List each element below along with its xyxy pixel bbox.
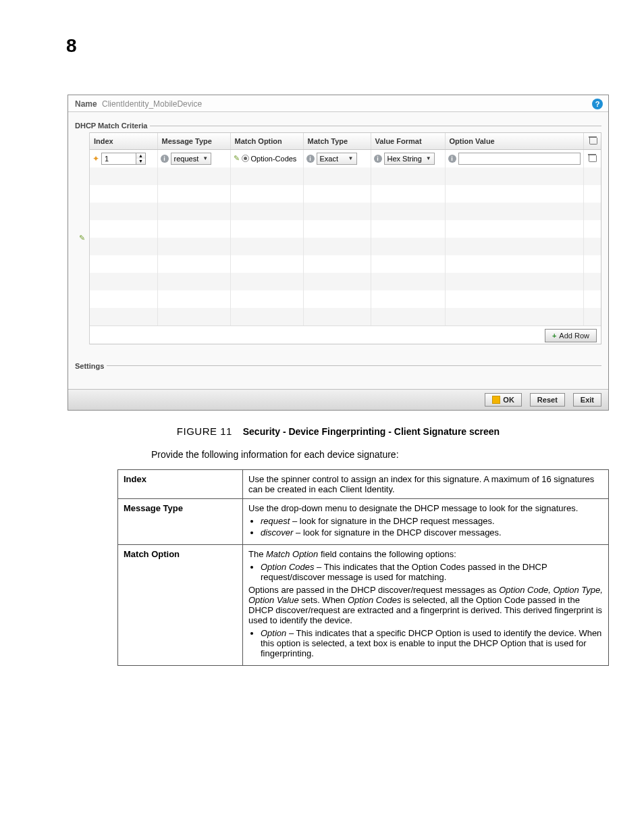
- ok-button[interactable]: OK: [485, 393, 522, 407]
- figure-caption: FIGURE 11 Security - Device Fingerprinti…: [68, 425, 609, 437]
- intro-text: Provide the following information for ea…: [151, 449, 609, 460]
- table-row: [90, 273, 601, 290]
- col-value-format[interactable]: Value Format: [371, 133, 445, 150]
- panel-footer: OK Reset Exit: [68, 389, 608, 410]
- desc-term: Index: [118, 469, 243, 498]
- chevron-down-icon: ▼: [348, 155, 354, 161]
- pencil-icon[interactable]: ✎: [79, 234, 85, 242]
- grid-left-gutter: ✎: [75, 132, 90, 344]
- page-number: 8: [66, 35, 609, 57]
- desc-term: Match Option: [118, 544, 243, 665]
- reset-button[interactable]: Reset: [530, 393, 565, 407]
- client-signature-panel: Name ClientIdentity_MobileDevice ? DHCP …: [68, 95, 609, 411]
- panel-header: Name ClientIdentity_MobileDevice ?: [68, 95, 608, 112]
- col-message-type[interactable]: Message Type: [157, 133, 230, 150]
- option-value-input[interactable]: [458, 153, 581, 165]
- table-row[interactable]: ✦ ▲ ▼: [90, 150, 601, 167]
- desc-row: Match OptionThe Match Option field conta…: [118, 544, 609, 665]
- table-row: [90, 290, 601, 308]
- chevron-down-icon: ▼: [426, 155, 431, 161]
- plus-icon: +: [552, 332, 556, 340]
- add-row-button[interactable]: + Add Row: [545, 329, 597, 342]
- figure-label: FIGURE 11: [177, 425, 232, 437]
- match-option-radio[interactable]: [242, 155, 249, 162]
- help-icon[interactable]: ?: [592, 99, 603, 109]
- name-label: Name: [75, 99, 97, 109]
- info-icon[interactable]: i: [374, 155, 382, 163]
- info-icon[interactable]: i: [306, 155, 315, 163]
- message-type-select[interactable]: request▼: [171, 153, 212, 165]
- info-icon[interactable]: i: [448, 155, 456, 163]
- value-format-select[interactable]: Hex String▼: [384, 153, 435, 165]
- pencil-icon[interactable]: ✎: [234, 154, 240, 163]
- col-match-type[interactable]: Match Type: [303, 133, 371, 150]
- desc-definition: Use the drop-down menu to designate the …: [243, 498, 609, 544]
- index-stepper[interactable]: ▲ ▼: [101, 153, 146, 165]
- info-icon[interactable]: i: [161, 155, 169, 163]
- col-index[interactable]: Index: [90, 133, 157, 150]
- settings-section-title: Settings: [75, 362, 601, 370]
- table-row: [90, 185, 601, 203]
- desc-definition: The Match Option field contains the foll…: [243, 544, 609, 665]
- col-option-value[interactable]: Option Value: [445, 133, 583, 150]
- wand-icon: ✦: [92, 154, 99, 163]
- dhcp-section-title: DHCP Match Criteria: [75, 122, 601, 130]
- index-input[interactable]: [102, 153, 136, 164]
- col-delete: [583, 133, 601, 150]
- table-row: [90, 255, 601, 273]
- table-row: [90, 167, 601, 185]
- figure-title: Security - Device Fingerprinting - Clien…: [243, 426, 500, 437]
- exit-button[interactable]: Exit: [573, 393, 601, 407]
- desc-term: Message Type: [118, 498, 243, 544]
- match-type-select[interactable]: Exact▼: [317, 153, 357, 165]
- trash-icon[interactable]: [587, 153, 597, 163]
- table-row: [90, 308, 601, 325]
- match-option-label: Option-Codes: [251, 155, 297, 163]
- spinner-down[interactable]: ▼: [136, 159, 145, 164]
- table-row: [90, 220, 601, 238]
- spinner-up[interactable]: ▲: [136, 153, 145, 159]
- desc-definition: Use the spinner control to assign an ind…: [243, 469, 609, 498]
- col-match-option[interactable]: Match Option: [230, 133, 303, 150]
- criteria-table: Index Message Type Match Option Match Ty…: [90, 133, 601, 325]
- desc-row: Message TypeUse the drop-down menu to de…: [118, 498, 609, 544]
- ok-icon: [492, 396, 500, 404]
- name-value: ClientIdentity_MobileDevice: [102, 99, 202, 109]
- table-row: [90, 238, 601, 255]
- chevron-down-icon: ▼: [203, 155, 208, 161]
- trash-icon[interactable]: [588, 136, 597, 145]
- description-table: IndexUse the spinner control to assign a…: [117, 469, 609, 666]
- table-row: [90, 203, 601, 220]
- desc-row: IndexUse the spinner control to assign a…: [118, 469, 609, 498]
